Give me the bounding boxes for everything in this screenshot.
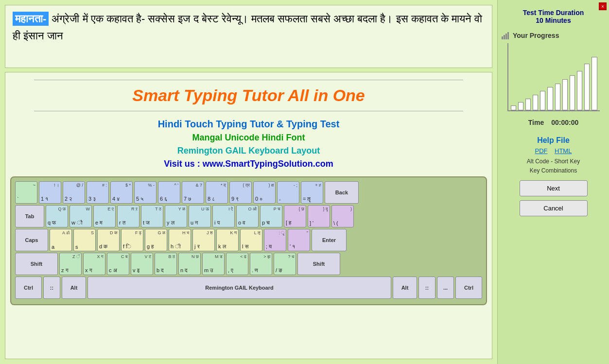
- key-m[interactable]: M डm उ: [202, 253, 225, 275]
- chart-bar: [577, 71, 582, 110]
- key-period[interactable]: > झ. ण: [250, 253, 272, 275]
- key-u[interactable]: U ऊu न: [189, 205, 211, 227]
- html-link[interactable]: HTML: [555, 147, 572, 155]
- key-5[interactable]: % - 5 ५: [134, 181, 157, 204]
- key-capslock[interactable]: Caps: [15, 229, 48, 251]
- key-g[interactable]: G ळg ह: [145, 229, 167, 251]
- key-2[interactable]: @ / 2 २: [63, 181, 85, 204]
- key-c[interactable]: C बc अ: [107, 253, 129, 275]
- key-shift-right[interactable]: Shift: [297, 253, 340, 275]
- key-e[interactable]: E एe म: [93, 205, 116, 227]
- sidebar: × Test Time Duration 10 Minutes Your Pro…: [497, 0, 609, 364]
- bar-chart-icon: [502, 32, 510, 39]
- key-menu[interactable]: ...: [437, 277, 454, 299]
- help-section: Help File PDF HTML Alt Code - Short Key …: [527, 136, 580, 175]
- svg-rect-3: [507, 32, 509, 39]
- chart-bar: [511, 105, 516, 110]
- key-quote[interactable]: " ' १: [288, 229, 310, 251]
- key-slash[interactable]: ? ध/ ङ: [274, 253, 296, 275]
- chart-bar: [592, 57, 597, 110]
- key-1[interactable]: ! । 1 १: [39, 181, 61, 204]
- key-k[interactable]: K णk ल: [216, 229, 239, 251]
- key-l[interactable]: L ऌl स: [240, 229, 262, 251]
- key-q[interactable]: Q फ़q फ: [46, 205, 68, 227]
- test-time-value: 10 Minutes: [536, 17, 571, 24]
- key-equals[interactable]: + ≠ = ॡ: [301, 181, 323, 204]
- subtitle3: Remington GAIL Keyboard Layout: [177, 146, 320, 156]
- pdf-link[interactable]: PDF: [535, 147, 548, 155]
- keyboard: ~ ` ! । 1 १ @ / 2 २: [10, 176, 487, 305]
- key-bracket-open[interactable]: { छ[ ह: [284, 205, 306, 227]
- key-a[interactable]: A ॐa: [50, 229, 72, 251]
- key-win-right[interactable]: ::: [418, 277, 435, 299]
- key-o[interactable]: O ओo व: [236, 205, 259, 227]
- subtitle1: Hindi Touch Typing Tutor & Typing Test: [158, 119, 340, 130]
- center-content: Smart Typing Tutor All in One Hindi Touc…: [5, 72, 492, 359]
- key-b[interactable]: B ठb द: [155, 253, 177, 275]
- cancel-button[interactable]: Cancel: [520, 200, 588, 216]
- hindi-body: अंग्रेजी में एक कहावत है- सक्सेस इज द बे…: [13, 13, 482, 42]
- key-row-5: Ctrl :: Alt Remington GAIL Keyboard Alt …: [15, 277, 482, 299]
- key-row-2: Tab Q फ़q फ W w ौ E एe म R ऱr त T ठt ज Y: [15, 205, 482, 227]
- key-comma[interactable]: < ढ, ए: [226, 253, 248, 275]
- key-shift-left[interactable]: Shift: [15, 253, 58, 275]
- key-backslash[interactable]: ) \ (: [331, 205, 354, 227]
- key-ctrl-left[interactable]: Ctrl: [15, 277, 42, 299]
- key-win-left[interactable]: ::: [43, 277, 60, 299]
- chart-bar: [518, 102, 523, 110]
- key-6[interactable]: ^ ' 6 ६: [158, 181, 180, 204]
- progress-chart: [507, 43, 600, 111]
- key-v[interactable]: V टv इ: [131, 253, 153, 275]
- key-p[interactable]: P चp च: [260, 205, 282, 227]
- subtitle4: Visit us : www.SmartTypingSolution.com: [164, 159, 333, 169]
- key-alt-right[interactable]: Alt: [393, 277, 417, 299]
- key-z[interactable]: Z ॅz ग: [59, 253, 82, 275]
- key-r[interactable]: R ऱr त: [117, 205, 139, 227]
- key-t[interactable]: T ठt ज: [141, 205, 163, 227]
- key-h[interactable]: H भh ी: [169, 229, 191, 251]
- key-tab[interactable]: Tab: [15, 205, 44, 227]
- chart-bar: [584, 64, 590, 110]
- key-y[interactable]: Y ळy ल: [165, 205, 187, 227]
- time-value: 00:00:00: [551, 119, 578, 126]
- key-n[interactable]: N छn द: [178, 253, 201, 275]
- key-i[interactable]: I ऐi प: [212, 205, 235, 227]
- divider-top: [34, 80, 463, 80]
- key-7[interactable]: & 7 7 ७: [182, 181, 204, 204]
- key-backspace[interactable]: Back: [325, 181, 359, 204]
- key-x[interactable]: X गx ग: [83, 253, 105, 275]
- key-minus[interactable]: - ; -: [277, 181, 299, 204]
- help-text-line2: Key Combinations: [527, 166, 580, 175]
- key-0[interactable]: ) क्ष 0 ०: [253, 181, 276, 204]
- key-bracket-close[interactable]: } दृ] ': [308, 205, 330, 227]
- key-row-4: Shift Z ॅz ग X गx ग C बc अ V टv इ B ठb द: [15, 253, 482, 275]
- chart-bar: [562, 79, 568, 110]
- close-button[interactable]: ×: [599, 2, 607, 10]
- svg-rect-0: [502, 36, 503, 39]
- key-ctrl-right[interactable]: Ctrl: [455, 277, 482, 299]
- key-8[interactable]: * द 8 ८: [206, 181, 228, 204]
- key-3[interactable]: # : 3 ३: [87, 181, 109, 204]
- progress-label: Your Progress: [513, 32, 559, 39]
- app-title: Smart Typing Tutor All in One: [132, 86, 365, 105]
- key-d[interactable]: D कd क: [97, 229, 120, 251]
- test-time-label: Test Time Duration: [523, 9, 584, 17]
- help-text-line1: Alt Code - Short Key: [527, 157, 580, 166]
- chart-bar: [540, 91, 545, 110]
- key-tilde[interactable]: ~ `: [15, 181, 37, 204]
- next-button[interactable]: Next: [520, 180, 588, 196]
- divider-bottom: [34, 111, 463, 111]
- key-4[interactable]: $ * 4 ४: [110, 181, 133, 204]
- key-s[interactable]: S s: [73, 229, 96, 251]
- key-semicolon[interactable]: : ॄ; य: [264, 229, 286, 251]
- key-w[interactable]: W w ौ: [70, 205, 92, 227]
- key-9[interactable]: ( त्र 9 ९: [229, 181, 252, 204]
- subtitle2: Mangal Unicode Hindi Font: [192, 133, 305, 143]
- svg-rect-1: [504, 35, 505, 39]
- key-j[interactable]: J शj र: [192, 229, 215, 251]
- key-f[interactable]: F ढ़f ि: [121, 229, 143, 251]
- key-enter[interactable]: Enter: [312, 229, 347, 251]
- key-spacebar[interactable]: Remington GAIL Keyboard: [87, 277, 391, 299]
- progress-header: Your Progress: [502, 32, 605, 39]
- key-alt-left[interactable]: Alt: [62, 277, 86, 299]
